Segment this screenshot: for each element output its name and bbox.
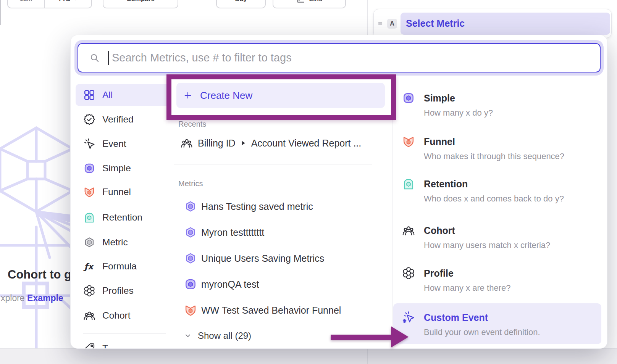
canvas-subtext: xplore Example <box>1 293 63 303</box>
metric-builder-row: A Select Metric <box>373 9 612 38</box>
search-input[interactable] <box>78 44 600 72</box>
category-verified[interactable]: Verified <box>76 108 169 130</box>
category-cohort[interactable]: Cohort <box>76 304 169 327</box>
category-event[interactable]: Event <box>76 133 169 155</box>
metric-item[interactable]: Hans Testing saved metric <box>184 200 313 213</box>
category-metric[interactable]: Metric <box>76 231 169 253</box>
category-funnel[interactable]: Funnel <box>76 181 169 203</box>
cohort-people-icon <box>181 137 193 149</box>
compare-button[interactable]: Compare <box>103 0 178 8</box>
metric-item[interactable]: myronQA test <box>184 278 259 291</box>
metric-hexagon-icon <box>184 252 197 265</box>
annotation-highlight-box <box>166 74 396 120</box>
metric-hexagon-icon <box>83 236 95 248</box>
interval-day-button[interactable]: Day <box>216 0 266 8</box>
range-ytd-button[interactable]: YTD <box>44 0 91 8</box>
line-chart-icon <box>296 0 305 4</box>
metric-hexagon-icon <box>184 200 197 213</box>
simple-metric-icon <box>402 92 415 105</box>
simple-metric-icon <box>83 162 95 174</box>
cohort-people-icon <box>83 309 95 322</box>
row-letter-badge: A <box>387 19 397 29</box>
example-link[interactable]: Example <box>27 293 63 303</box>
category-all[interactable]: All <box>76 84 169 106</box>
grid-icon <box>83 89 95 101</box>
metrics-section-label: Metrics <box>178 179 203 188</box>
sidebar-divider <box>83 333 166 334</box>
canvas-heading: Cohort to ge <box>8 268 78 282</box>
range-12m-button[interactable]: 12M <box>8 0 44 8</box>
search-field <box>78 43 601 72</box>
retention-icon <box>402 177 415 190</box>
type-custom-event[interactable]: Custom Event Build your own event defini… <box>402 312 540 337</box>
category-formula[interactable]: Formula <box>76 255 169 277</box>
explore-prefix: xplore <box>1 293 25 303</box>
type-funnel[interactable]: Funnel Who makes it through this sequenc… <box>402 136 564 161</box>
date-range-group[interactable]: 12M YTD <box>7 0 92 8</box>
recent-item[interactable]: Billing ID Account Viewed Report ... <box>181 137 361 149</box>
chevron-down-icon <box>73 0 78 2</box>
type-profile[interactable]: Profile How many x are there? <box>402 267 510 293</box>
category-simple[interactable]: Simple <box>76 157 169 179</box>
category-profiles[interactable]: Profiles <box>76 280 169 302</box>
type-cohort[interactable]: Cohort How many users match x criteria? <box>402 225 550 250</box>
category-tags-partial[interactable]: T <box>76 337 169 348</box>
breadcrumb-triangle-icon <box>242 141 245 145</box>
show-all-button[interactable]: Show all (29) <box>184 330 251 341</box>
profiles-flower-icon <box>402 267 415 280</box>
section-divider <box>174 164 372 164</box>
metric-hexagon-icon <box>184 226 197 239</box>
metric-item[interactable]: WW Test Saved Behavior Funnel <box>184 304 341 317</box>
type-retention[interactable]: Retention Who does x and comes back to d… <box>402 178 564 204</box>
retention-icon <box>83 211 95 224</box>
recents-section-label: Recents <box>178 120 206 129</box>
metric-item[interactable]: Myron testttttttt <box>184 226 264 239</box>
tag-icon <box>83 342 95 348</box>
funnel-icon <box>83 186 95 198</box>
verified-badge-icon <box>83 113 95 126</box>
simple-metric-icon <box>184 278 197 291</box>
chart-type-line-button[interactable]: Line <box>273 0 346 8</box>
page-bottom-strip <box>0 348 617 364</box>
funnel-icon <box>402 135 415 148</box>
event-cursor-icon <box>83 138 95 150</box>
custom-event-icon <box>402 311 415 324</box>
annotation-arrow-icon <box>328 323 410 350</box>
funnel-icon <box>184 304 197 317</box>
category-retention[interactable]: Retention <box>76 206 169 229</box>
metric-item[interactable]: Unique Users Saving Metrics <box>184 252 324 265</box>
chevron-down-icon <box>184 332 192 340</box>
panel-divider-bottom <box>367 348 368 364</box>
window-edge <box>0 0 1 25</box>
cohort-people-icon <box>402 224 415 237</box>
select-metric-button[interactable]: Select Metric <box>401 13 610 35</box>
formula-icon <box>83 260 95 272</box>
drag-handle-icon[interactable] <box>377 20 384 27</box>
type-simple[interactable]: Simple How many x do y? <box>402 92 493 118</box>
profiles-flower-icon <box>83 285 95 297</box>
